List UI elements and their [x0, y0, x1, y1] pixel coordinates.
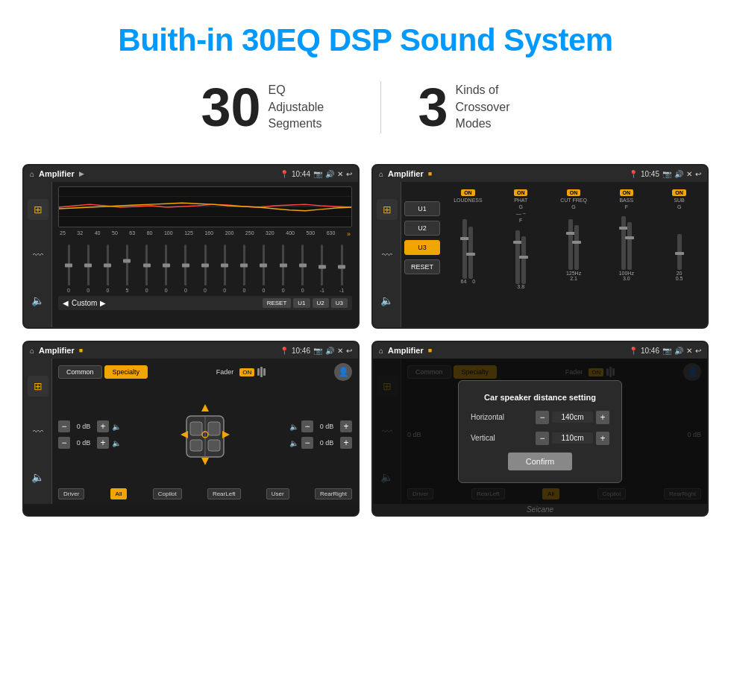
db-minus-left-top[interactable]: −	[58, 420, 70, 432]
reset-btn-1[interactable]: RESET	[263, 298, 292, 308]
common-tab-3[interactable]: Common	[58, 365, 102, 379]
eq-icon[interactable]: ⊞	[28, 199, 48, 220]
slider-col-6[interactable]: 0	[177, 245, 195, 293]
volume-icon-1: 🔊	[325, 170, 334, 178]
specialty-top: Common Specialty Fader ON 👤	[58, 363, 352, 381]
camera-icon-2: 📷	[662, 170, 671, 178]
rearright-btn-3[interactable]: RearRight	[315, 488, 352, 499]
slider-col-2[interactable]: 0	[98, 245, 116, 293]
speaker-icon-3[interactable]: 🔈	[28, 467, 48, 488]
sub-on[interactable]: ON	[672, 189, 686, 196]
speaker-icon-2[interactable]: 🔈	[377, 290, 398, 311]
slider-col-3[interactable]: 5	[118, 245, 136, 293]
loudness-on[interactable]: ON	[461, 189, 475, 196]
slider-col-1[interactable]: 0	[79, 245, 97, 293]
wave-icon[interactable]: 〰	[28, 245, 48, 265]
bass-name: BASS	[619, 198, 633, 203]
dialog-horizontal-row: Horizontal − 140cm +	[471, 411, 609, 424]
u1-btn-1[interactable]: U1	[293, 298, 310, 308]
wave-icon-3[interactable]: 〰	[28, 421, 48, 442]
speaker-l-bot-icon: 🔈	[112, 439, 121, 447]
slider-col-11[interactable]: 0	[274, 245, 292, 293]
vertical-label: Vertical	[471, 434, 495, 442]
sub-name: SUB	[674, 198, 684, 203]
reset-preset[interactable]: RESET	[404, 259, 440, 274]
prev-icon[interactable]: ◀	[63, 299, 69, 307]
slider-col-4[interactable]: 0	[138, 245, 156, 293]
all-btn-3[interactable]: All	[110, 488, 128, 499]
slider-col-10[interactable]: 0	[254, 245, 272, 293]
db-value-right-bot: 0 dB	[316, 439, 337, 447]
specialty-tab-3[interactable]: Specialty	[104, 365, 148, 379]
horizontal-plus[interactable]: +	[596, 411, 609, 424]
db-row-left-top: − 0 dB + 🔈	[58, 420, 121, 432]
horizontal-minus[interactable]: −	[536, 411, 549, 424]
home-icon-4[interactable]: ⌂	[379, 347, 383, 355]
speaker-icon[interactable]: 🔈	[28, 290, 48, 311]
db-minus-right-bot[interactable]: −	[301, 437, 313, 449]
horizontal-value: 140cm	[552, 412, 593, 423]
copilot-btn-3[interactable]: Copilot	[153, 488, 182, 499]
fader-on-badge[interactable]: ON	[239, 368, 254, 376]
fader-bars	[257, 367, 266, 377]
sidebar-1: ⊞ 〰 🔈	[24, 182, 52, 327]
db-row-right-bot: 🔈 − 0 dB +	[289, 437, 352, 449]
db-minus-left-bot[interactable]: −	[58, 437, 70, 449]
screen3-content: ⊞ 〰 🔈 Common Specialty Fader ON	[24, 359, 358, 504]
vertical-minus[interactable]: −	[536, 432, 549, 445]
home-icon-1[interactable]: ⌂	[30, 170, 34, 178]
slider-col-9[interactable]: 0	[235, 245, 253, 293]
back-icon-2[interactable]: ↩	[695, 170, 701, 178]
rec-icon-3: ■	[79, 347, 83, 354]
eq-icon-3[interactable]: ⊞	[28, 376, 48, 397]
home-icon-2[interactable]: ⌂	[379, 170, 383, 178]
vertical-plus[interactable]: +	[596, 432, 609, 445]
slider-col-0[interactable]: 0	[60, 245, 78, 293]
eq-sliders: 0 0 0 5 0	[58, 241, 352, 293]
eq-icon-2[interactable]: ⊞	[377, 199, 398, 220]
camera-icon-1: 📷	[313, 170, 322, 178]
db-plus-left-bot[interactable]: +	[97, 437, 109, 449]
db-plus-right-top[interactable]: +	[340, 420, 352, 432]
cutfreq-on[interactable]: ON	[567, 189, 581, 196]
db-value-left-bot: 0 dB	[73, 439, 94, 447]
u2-btn-1[interactable]: U2	[313, 298, 329, 308]
db-minus-right-top[interactable]: −	[301, 420, 313, 432]
user-btn-3[interactable]: User	[266, 488, 289, 499]
stat-eq-label: EQ AdjustableSegments	[269, 82, 343, 132]
u1-preset[interactable]: U1	[404, 201, 440, 216]
slider-col-7[interactable]: 0	[196, 245, 214, 293]
fader-bar-3	[263, 368, 266, 376]
wifi-icon-3: ✕	[337, 347, 343, 355]
back-icon-4[interactable]: ↩	[695, 347, 701, 355]
slider-col-12[interactable]: 0	[294, 245, 312, 293]
db-plus-left-top[interactable]: +	[97, 420, 109, 432]
eq-main: 2532405063 80100125160200 25032040050063…	[52, 182, 358, 327]
status-bar-1: ⌂ Amplifier ▶ 📍 10:44 📷 🔊 ✕ ↩	[24, 165, 358, 182]
back-icon-1[interactable]: ↩	[346, 170, 352, 178]
home-icon-3[interactable]: ⌂	[30, 347, 34, 355]
wave-icon-2[interactable]: 〰	[377, 245, 398, 265]
dialog-box: Car speaker distance setting Horizontal …	[458, 380, 622, 483]
bass-on[interactable]: ON	[620, 189, 634, 196]
rearleft-btn-3[interactable]: RearLeft	[207, 488, 241, 499]
back-icon-3[interactable]: ↩	[346, 347, 352, 355]
u3-preset[interactable]: U3	[404, 240, 440, 255]
u3-btn-1[interactable]: U3	[331, 298, 348, 308]
user-avatar-3[interactable]: 👤	[334, 363, 352, 381]
confirm-button[interactable]: Confirm	[508, 453, 573, 470]
driver-btn-3[interactable]: Driver	[58, 488, 84, 499]
slider-col-13[interactable]: -1	[313, 245, 331, 293]
phat-name: PHAT	[514, 198, 527, 203]
u2-preset[interactable]: U2	[404, 221, 440, 236]
phat-on[interactable]: ON	[514, 189, 528, 196]
slider-col-5[interactable]: 0	[157, 245, 175, 293]
next-icon[interactable]: ▶	[100, 299, 106, 307]
db-plus-right-bot[interactable]: +	[340, 437, 352, 449]
svg-rect-5	[208, 422, 220, 435]
status-bar-3: ⌂ Amplifier ■ 📍 10:46 📷 🔊 ✕ ↩	[24, 342, 358, 359]
slider-col-14[interactable]: -1	[333, 245, 351, 293]
wifi-icon-4: ✕	[686, 347, 692, 355]
cutfreq-name: CUT FREQ	[560, 198, 587, 203]
slider-col-8[interactable]: 0	[216, 245, 233, 293]
